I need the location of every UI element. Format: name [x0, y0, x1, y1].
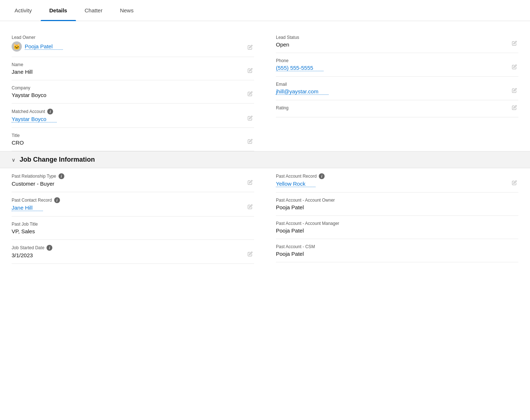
field-value-past-account-record[interactable]: Yellow Rock [276, 181, 316, 187]
tab-chatter[interactable]: Chatter [76, 0, 111, 21]
edit-icon-phone[interactable] [512, 64, 517, 70]
field-name: NameJane Hill [12, 57, 254, 80]
edit-icon-matched-account[interactable] [248, 116, 253, 122]
field-label-phone: Phone [276, 58, 518, 63]
field-label-past-account-owner: Past Account - Account Owner [276, 198, 518, 203]
job-change-section-header[interactable]: ∨ Job Change Information [0, 151, 530, 168]
field-label-lead-status: Lead Status [276, 35, 518, 40]
field-email: Emailjhill@yaystar.com [276, 77, 518, 100]
field-value-title: CRO [12, 140, 254, 146]
tab-news[interactable]: News [111, 0, 142, 21]
field-past-relationship-type: Past Relationship TypeiCustomer - Buyer [12, 168, 254, 192]
edit-icon-company[interactable] [248, 91, 253, 97]
field-value-lead-status: Open [276, 41, 518, 48]
job-change-right-column: Past Account RecordiYellow RockPast Acco… [276, 168, 518, 264]
field-label-past-account-manager: Past Account - Account Manager [276, 221, 518, 226]
lead-owner-row: 🐱Pooja Patel [12, 41, 254, 52]
field-value-past-account-manager: Pooja Patel [276, 227, 518, 234]
field-past-account-manager: Past Account - Account ManagerPooja Pate… [276, 216, 518, 239]
job-change-section-content: Past Relationship TypeiCustomer - BuyerP… [12, 168, 518, 264]
field-label-past-job-title: Past Job Title [12, 222, 254, 227]
field-label-past-account-record: Past Account Recordi [276, 173, 518, 179]
field-value-lead-owner[interactable]: Pooja Patel [25, 43, 63, 50]
field-past-account-csm: Past Account - CSMPooja Patel [276, 239, 518, 262]
field-past-job-title: Past Job TitleVP, Sales [12, 217, 254, 240]
left-column: Lead Owner🐱Pooja PatelNameJane HillCompa… [12, 30, 254, 151]
edit-icon-past-relationship-type[interactable] [248, 180, 253, 186]
field-rating: Rating [276, 100, 518, 117]
field-value-past-account-csm: Pooja Patel [276, 251, 518, 257]
field-company: CompanyYaystar Boyco [12, 80, 254, 104]
field-label-past-account-csm: Past Account - CSM [276, 244, 518, 249]
info-icon[interactable]: i [54, 197, 60, 203]
field-job-started-date: Job Started Datei3/1/2023 [12, 240, 254, 264]
field-label-past-relationship-type: Past Relationship Typei [12, 173, 254, 179]
info-icon[interactable]: i [319, 173, 325, 179]
field-title: TitleCRO [12, 128, 254, 151]
field-label-name: Name [12, 62, 254, 67]
field-label-rating: Rating [276, 105, 518, 110]
field-past-account-owner: Past Account - Account OwnerPooja Patel [276, 193, 518, 216]
edit-icon-lead-status[interactable] [512, 41, 517, 47]
edit-icon-title[interactable] [248, 139, 253, 145]
field-value-matched-account[interactable]: Yaystar Boyco [12, 116, 57, 122]
job-change-fields-grid: Past Relationship TypeiCustomer - BuyerP… [12, 168, 518, 264]
field-matched-account: Matched AccountiYaystar Boyco [12, 104, 254, 128]
field-label-title: Title [12, 133, 254, 138]
field-label-company: Company [12, 85, 254, 90]
field-value-past-contact-record[interactable]: Jane Hill [12, 205, 43, 211]
main-content: Lead Owner🐱Pooja PatelNameJane HillCompa… [0, 21, 530, 272]
info-icon[interactable]: i [59, 173, 64, 179]
field-past-account-record: Past Account RecordiYellow Rock [276, 168, 518, 193]
tab-bar: ActivityDetailsChatterNews [0, 0, 530, 21]
field-value-past-account-owner: Pooja Patel [276, 204, 518, 210]
edit-icon-past-contact-record[interactable] [248, 204, 253, 210]
field-label-past-contact-record: Past Contact Recordi [12, 197, 254, 203]
edit-icon-past-account-record[interactable] [512, 180, 517, 186]
edit-icon-rating[interactable] [512, 105, 517, 111]
field-lead-status: Lead StatusOpen [276, 30, 518, 53]
field-value-past-job-title: VP, Sales [12, 228, 254, 234]
right-column: Lead StatusOpenPhone(555) 555-5555Emailj… [276, 30, 518, 151]
field-value-past-relationship-type: Customer - Buyer [12, 181, 254, 187]
field-value-phone[interactable]: (555) 555-5555 [276, 65, 324, 71]
field-value-name: Jane Hill [12, 69, 254, 75]
field-past-contact-record: Past Contact RecordiJane Hill [12, 192, 254, 217]
field-label-matched-account: Matched Accounti [12, 109, 254, 114]
main-fields-grid: Lead Owner🐱Pooja PatelNameJane HillCompa… [12, 30, 518, 151]
avatar: 🐱 [12, 41, 22, 52]
field-value-company: Yaystar Boyco [12, 92, 254, 98]
field-value-email[interactable]: jhill@yaystar.com [276, 88, 329, 95]
field-lead-owner: Lead Owner🐱Pooja Patel [12, 30, 254, 57]
tab-details[interactable]: Details [41, 0, 76, 21]
field-label-email: Email [276, 82, 518, 87]
job-change-left-column: Past Relationship TypeiCustomer - BuyerP… [12, 168, 254, 264]
edit-icon-lead-owner[interactable] [248, 45, 253, 51]
edit-icon-name[interactable] [248, 68, 253, 74]
tab-activity[interactable]: Activity [6, 0, 41, 21]
edit-icon-job-started-date[interactable] [248, 251, 253, 258]
field-label-lead-owner: Lead Owner [12, 35, 254, 40]
chevron-down-icon: ∨ [12, 157, 15, 163]
field-value-job-started-date: 3/1/2023 [12, 252, 254, 258]
info-icon[interactable]: i [47, 109, 53, 114]
section-title: Job Change Information [20, 156, 95, 163]
field-label-job-started-date: Job Started Datei [12, 245, 254, 251]
info-icon[interactable]: i [47, 245, 52, 251]
field-phone: Phone(555) 555-5555 [276, 53, 518, 77]
edit-icon-email[interactable] [512, 88, 517, 94]
